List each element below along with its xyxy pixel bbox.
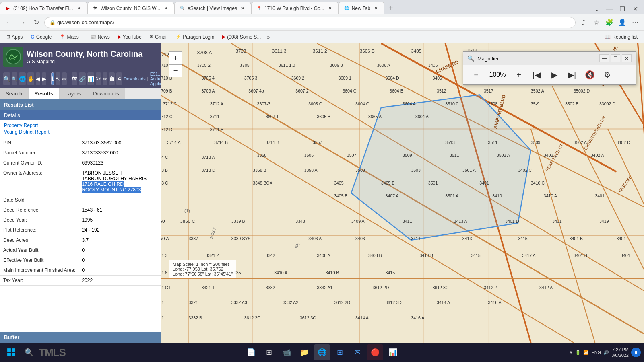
system-tray: ∧ 🔋 📶 ENG 🔊 7:27 PM 3/6/2022 6 <box>569 347 641 358</box>
zoom-increase-button[interactable]: + <box>512 68 525 81</box>
tab-close-1[interactable]: ✕ <box>76 5 82 12</box>
svg-text:3517: 3517 <box>484 88 493 93</box>
forward-tool[interactable]: ▶ <box>42 72 46 85</box>
bookmark-paragon[interactable]: ⚡ Paragon Login <box>172 33 217 41</box>
tab-close-3[interactable]: ✕ <box>239 5 246 12</box>
print-tool[interactable]: 🖨 <box>116 72 122 85</box>
tab-close-2[interactable]: ✕ <box>163 5 169 12</box>
magnifier-maximize[interactable]: ☐ <box>611 54 620 62</box>
pencil-tool[interactable]: ✏ <box>103 72 107 85</box>
globe-tool[interactable]: 🌐 <box>19 72 26 85</box>
bookmarks-more-button[interactable]: » <box>266 34 270 40</box>
settings-button[interactable]: ⋯ <box>630 17 641 28</box>
tab-esearch[interactable]: 🔍 eSearch | View Images ✕ <box>174 2 251 14</box>
taskbar-mail[interactable]: ✉ <box>349 344 365 360</box>
back-button[interactable]: ← <box>3 17 14 28</box>
zoom-in-tool[interactable]: 🔍 <box>3 72 10 85</box>
start-button[interactable] <box>3 344 19 360</box>
info-tool[interactable]: ℹ <box>51 72 54 85</box>
play-button[interactable]: ▶ <box>548 68 561 81</box>
tab-new[interactable]: 🌐 New Tab ✕ <box>339 2 384 14</box>
svg-text:3348: 3348 <box>295 219 305 224</box>
bookmark-google-label: Google <box>36 34 52 40</box>
taskbar-microsoft-store[interactable]: ⊞ <box>332 344 348 360</box>
taskbar-teams[interactable]: 📹 <box>279 344 295 360</box>
tab-wilson-gis[interactable]: 🗺 Wilson County, NC GIS W... ✕ <box>87 2 174 14</box>
forward-button[interactable]: → <box>17 17 28 28</box>
svg-text:3401: 3401 <box>552 219 562 224</box>
svg-text:3711 B: 3711 B <box>210 127 224 132</box>
zoom-in-button[interactable]: + <box>169 51 182 64</box>
svg-text:3511: 3511 <box>450 153 459 158</box>
svg-text:3607 2: 3607 2 <box>295 88 309 93</box>
magnifier-close[interactable]: ✕ <box>622 54 632 62</box>
draw-tool[interactable]: ✏ <box>62 72 67 85</box>
go-end-button[interactable]: ▶| <box>566 68 578 81</box>
tab-google-maps[interactable]: 📍 1716 W Raleigh Blvd - Go... ✕ <box>251 2 339 14</box>
minimize-button[interactable]: — <box>604 3 615 14</box>
eraser-tool[interactable]: 🗑 <box>109 72 115 85</box>
tab-youtube[interactable]: ▶ (3109) How To Transfer Fi... ✕ <box>0 2 87 14</box>
share-button[interactable]: ⤴ <box>578 17 589 28</box>
bookmark-google[interactable]: G Google <box>27 33 55 41</box>
zoom-out-button[interactable]: − <box>169 64 182 77</box>
tab-list-button[interactable]: ⌄ <box>591 3 602 14</box>
tab-close-5[interactable]: ✕ <box>373 5 379 12</box>
tab-search[interactable]: Search <box>0 88 28 99</box>
svg-text:3402 A: 3402 A <box>591 153 605 158</box>
svg-text:3408 A: 3408 A <box>317 253 330 258</box>
magnifier-minimize[interactable]: — <box>599 54 609 62</box>
map-area[interactable]: 3712 B 3708 A 3703 3611 3 3611 2 3606 B … <box>161 43 644 343</box>
property-report-link[interactable]: Property Report <box>4 123 157 128</box>
maximize-button[interactable]: ☐ <box>617 3 628 14</box>
link-tool[interactable]: 🔗 <box>79 72 86 85</box>
settings-gear-button[interactable]: ⚙ <box>601 68 614 81</box>
profile-button[interactable]: 👤 <box>617 17 628 28</box>
back-tool[interactable]: ◀ <box>36 72 40 85</box>
bookmark-maps[interactable]: 📍 Maps <box>56 33 82 41</box>
new-tab-button[interactable]: + <box>384 2 397 14</box>
favorites-button[interactable]: ☆ <box>591 17 602 28</box>
sidebar-body[interactable]: Property Report Voting District Report P… <box>0 120 161 332</box>
bookmark-youtube[interactable]: ▶ YouTube <box>115 33 145 41</box>
coord-tool[interactable]: XY <box>96 72 101 85</box>
url-bar[interactable]: 🔒 gis.wilson-co.com/maps/ <box>44 17 576 28</box>
pan-tool[interactable]: ✋ <box>27 72 34 85</box>
refresh-button[interactable]: ↻ <box>31 17 42 28</box>
search-taskbar-button[interactable]: 🔍 <box>21 344 37 360</box>
reading-list-button[interactable]: 📖 Reading list <box>601 33 641 41</box>
zoom-decrease-button[interactable]: − <box>470 68 483 81</box>
chart-tool[interactable]: 📊 <box>87 72 94 85</box>
svg-text:3605 B: 3605 B <box>317 114 330 119</box>
svg-text:3712 D: 3712 D <box>161 127 173 132</box>
bookmark-gmail[interactable]: ✉ Gmail <box>147 33 171 41</box>
taskbar-widget-board[interactable]: ⊞ <box>261 344 277 360</box>
svg-text:3405 B: 3405 B <box>381 181 395 185</box>
notification-badge[interactable]: 6 <box>631 348 641 357</box>
svg-text:3612 3C: 3612 3C <box>432 285 448 290</box>
go-start-button[interactable]: |◀ <box>530 68 543 81</box>
taskbar-outlook[interactable]: 🔴 <box>367 344 383 360</box>
volume-button[interactable]: 🔇 <box>583 68 596 81</box>
svg-text:3607 4b: 3607 4b <box>248 88 264 93</box>
bookmark-news[interactable]: 📰 News <box>87 33 113 41</box>
gis-link-downloads[interactable]: Downloads <box>124 76 145 81</box>
svg-text:3412 A: 3412 A <box>539 285 553 290</box>
property-table: PIN: 3713-03-3532.000 Parcel Number: 371… <box>0 138 161 286</box>
bookmark-908[interactable]: ▶ (908) Some S... <box>219 33 264 41</box>
tab-downloads[interactable]: Downloads <box>87 88 125 99</box>
taskbar-file-explorer[interactable]: 📄 <box>243 344 259 360</box>
layers-tool[interactable]: 🗺 <box>72 72 77 85</box>
bookmark-apps[interactable]: ⊞ Apps <box>3 33 26 41</box>
extensions-button[interactable]: 🧩 <box>604 17 615 28</box>
voting-district-link[interactable]: Voting District Report <box>4 129 157 135</box>
tab-layers[interactable]: Layers <box>59 88 87 99</box>
select-tool[interactable]: ↖ <box>56 72 60 85</box>
taskbar-edge[interactable]: 🌐 <box>314 344 330 360</box>
tab-results[interactable]: Results <box>28 88 59 99</box>
tab-close-4[interactable]: ✕ <box>327 5 333 12</box>
taskbar-folder[interactable]: 📁 <box>296 344 312 360</box>
close-button[interactable]: ✕ <box>630 3 641 14</box>
taskbar-powerpoint[interactable]: 📊 <box>385 344 401 360</box>
zoom-out-tool[interactable]: 🔍 <box>12 72 17 85</box>
